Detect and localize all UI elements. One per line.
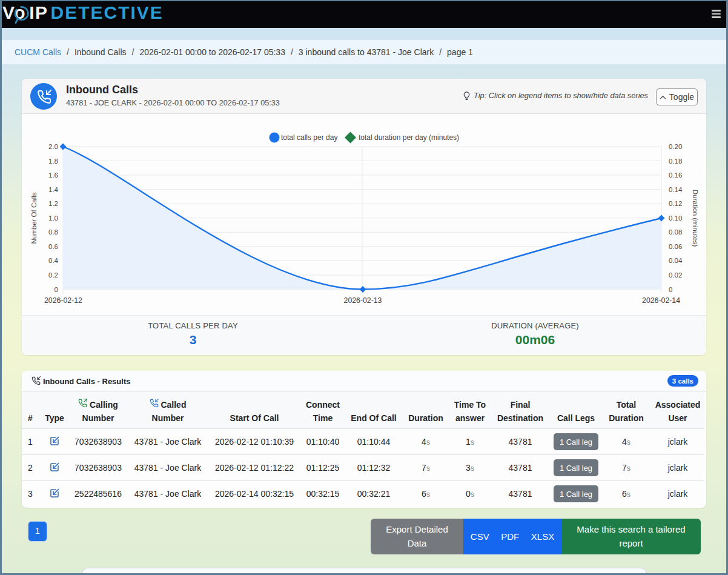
- svg-text:0: 0: [669, 286, 672, 293]
- svg-text:0.6: 0.6: [48, 243, 58, 250]
- svg-text:1.4: 1.4: [48, 186, 59, 193]
- svg-text:1.0: 1.0: [48, 214, 58, 222]
- svg-text:0: 0: [55, 286, 58, 293]
- svg-text:total calls per day: total calls per day: [281, 133, 337, 142]
- svg-text:0.10: 0.10: [669, 214, 682, 222]
- svg-text:2.0: 2.0: [48, 143, 58, 150]
- svg-text:0.20: 0.20: [669, 143, 682, 150]
- svg-text:0.4: 0.4: [48, 257, 59, 264]
- svg-text:1.8: 1.8: [48, 158, 58, 165]
- svg-text:2026-02-13: 2026-02-13: [344, 296, 382, 305]
- svg-text:0.06: 0.06: [669, 243, 682, 250]
- svg-text:0.2: 0.2: [48, 271, 58, 279]
- svg-text:0.14: 0.14: [669, 186, 683, 193]
- svg-text:0.02: 0.02: [669, 271, 682, 279]
- svg-text:1.2: 1.2: [48, 200, 58, 207]
- svg-text:Number Of Calls: Number Of Calls: [30, 192, 38, 244]
- svg-text:total duration per day (minute: total duration per day (minutes): [359, 133, 459, 142]
- svg-text:2026-02-14: 2026-02-14: [642, 296, 680, 305]
- svg-text:2026-02-12: 2026-02-12: [44, 296, 82, 305]
- svg-text:0.04: 0.04: [669, 257, 683, 264]
- svg-text:0.16: 0.16: [669, 171, 682, 179]
- svg-text:0.8: 0.8: [48, 228, 58, 236]
- svg-text:0.18: 0.18: [669, 158, 682, 165]
- svg-text:0.12: 0.12: [669, 200, 682, 207]
- svg-text:0.08: 0.08: [669, 228, 682, 236]
- svg-text:1.6: 1.6: [48, 171, 58, 179]
- svg-text:Duration (minutes): Duration (minutes): [692, 190, 699, 247]
